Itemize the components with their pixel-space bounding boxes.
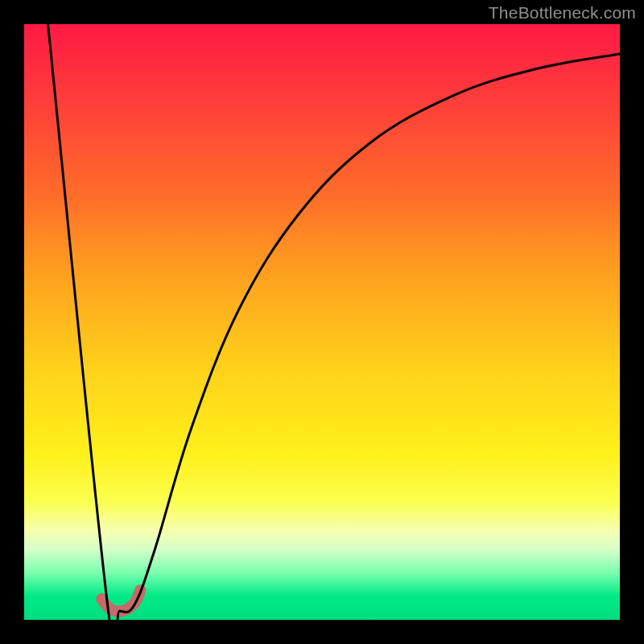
plot-area	[24, 24, 620, 620]
chart-frame: TheBottleneck.com	[0, 0, 644, 644]
watermark-text: TheBottleneck.com	[489, 3, 636, 23]
